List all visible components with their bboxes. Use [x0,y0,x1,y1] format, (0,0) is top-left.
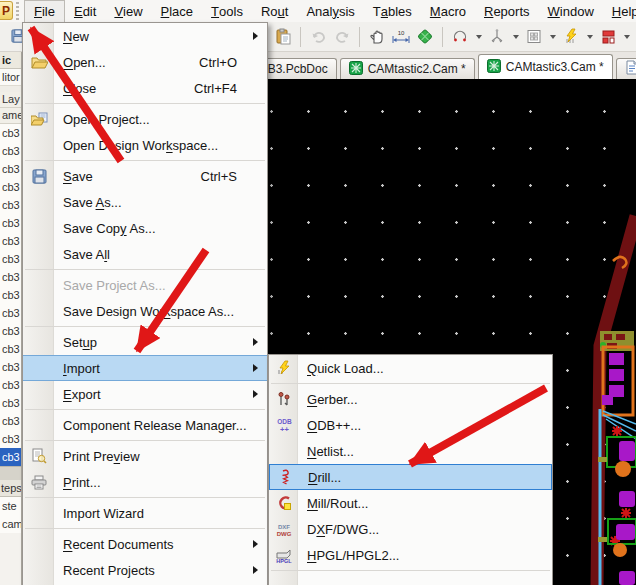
menubar-item-macro[interactable]: Macro [421,0,475,22]
pointer-icon[interactable] [486,26,508,48]
file-menu-item-save-design-workspace-as[interactable]: Save Design Workspace As... [23,298,267,324]
import-submenu-item-mill-rout[interactable]: Mill/Rout... [269,490,552,516]
import-submenu-separator [271,383,550,384]
menubar-item-analysis[interactable]: Analysis [297,0,363,22]
shortcut-label: Ctrl+S [201,169,257,184]
sidebar-list-row[interactable]: cb3 [0,178,21,196]
sidebar-list-row[interactable]: cb3 [0,340,21,358]
file-menu-item-import[interactable]: Import [23,355,267,381]
menubar-item-reports[interactable]: Reports [475,0,539,22]
file-menu-item-open-project[interactable]: Open Project... [23,106,267,132]
paste-icon[interactable] [272,26,294,48]
import-submenu-item-hpgl-hpgl2[interactable]: HPGLHPGL/HPGL2... [269,542,552,568]
file-menu-item-open-design-workspace[interactable]: Open Design Workspace... [23,132,267,158]
tab-label: CB3.PcbDoc [259,62,328,76]
sidebar-list-row[interactable]: cb3 [0,124,21,142]
sidebar-list-row[interactable]: cb3 [0,304,21,322]
toolbar-grip[interactable] [16,2,19,20]
file-menu-item-open[interactable]: Open...Ctrl+O [23,49,267,75]
caret-glyph [587,35,593,39]
file-menu-item-setup[interactable]: Setup [23,329,267,355]
file-menu-item-save-copy-as[interactable]: Save Copy As... [23,215,267,241]
sidebar-section[interactable]: teps [0,480,21,497]
file-menu-item-save-project-as[interactable]: Save Project As... [23,272,267,298]
submenu-arrow-icon [253,338,258,346]
menubar-item-place[interactable]: Place [152,0,203,22]
file-menu-item-print[interactable]: Print... [23,469,267,495]
corner-p-button[interactable]: P [0,1,13,20]
sidebar-list-row[interactable]: cb3 [0,358,21,376]
import-submenu-item-odb[interactable]: ODB++ODB++... [269,412,552,438]
import-submenu-item-quick-load[interactable]: Quick Load... [269,355,552,381]
dropdown-caret-icon[interactable] [547,26,558,48]
file-menu-separator [25,409,265,410]
import-submenu-item-netlist[interactable]: Netlist... [269,438,552,464]
menubar-item-window[interactable]: Window [539,0,603,22]
file-menu-item-import-wizard[interactable]: Import Wizard [23,500,267,526]
file-menu-item-label: Close [63,81,96,96]
undo-icon[interactable] [307,26,329,48]
sidebar-list-row[interactable]: cb3 [0,430,21,448]
import-submenu-item-dxf-dwg[interactable]: DXFDWGDXF/DWG... [269,516,552,542]
file-menu-item-print-preview[interactable]: Print Preview [23,443,267,469]
sidebar-list-row[interactable]: cam [0,515,21,533]
dropdown-caret-icon[interactable] [510,26,521,48]
sidebar-list-row[interactable]: cb3 [0,286,21,304]
file-menu-item-component-release-manager[interactable]: Component Release Manager... [23,412,267,438]
menubar-item-tools[interactable]: Tools [202,0,252,22]
file-menu-item-label: Save Copy As... [63,221,156,236]
quick-load-icon [273,358,295,378]
svg-text:10: 10 [398,30,405,36]
sidebar-list-row[interactable]: cb3 [0,412,21,430]
sidebar-list-row[interactable]: ste [0,497,21,515]
sidebar-list-row[interactable]: cb3 [0,322,21,340]
menubar-item-help[interactable]: Help [603,0,636,22]
sidebar-list-row[interactable]: cb3 [0,232,21,250]
lightning-icon[interactable] [560,26,582,48]
menubar-item-edit[interactable]: Edit [65,0,105,22]
file-menu-item-save[interactable]: SaveCtrl+S [23,163,267,189]
frame-icon[interactable] [523,26,545,48]
sidebar-list-row[interactable]: cb3 [0,160,21,178]
sidebar-list-row[interactable]: cb3 [0,250,21,268]
file-menu-item-label: New [63,29,89,44]
file-menu-item-label: Import Wizard [63,506,144,521]
file-menu-item-close[interactable]: CloseCtrl+F4 [23,75,267,101]
toolbar-separator [359,27,360,47]
file-menu-item-save-as[interactable]: Save As... [23,189,267,215]
menubar-item-file[interactable]: File [24,0,65,22]
redo-icon[interactable] [331,26,353,48]
menubar-item-rout[interactable]: Rout [252,0,297,22]
file-menu-item-new[interactable]: New [23,23,267,49]
chip-icon[interactable] [414,26,436,48]
dropdown-caret-icon[interactable] [584,26,595,48]
file-menu-item-label: Save As... [63,195,122,210]
sidebar-list-row[interactable]: cb3 [0,196,21,214]
menubar-item-tables[interactable]: Tables [364,0,421,22]
tab-log-201[interactable]: Log_201 [616,58,636,79]
dropdown-caret-icon[interactable] [473,26,484,48]
arc-icon[interactable] [449,26,471,48]
file-menu-item-save-all[interactable]: Save All [23,241,267,267]
file-menu-item-recent-projects[interactable]: Recent Projects [23,557,267,583]
file-menu-item-label: Print Preview [63,449,140,464]
sidebar-list-row[interactable]: cb3 [0,448,21,466]
menubar-item-view[interactable]: View [105,0,151,22]
sidebar-header[interactable]: ic [0,52,21,69]
measure-icon[interactable]: 10 [390,26,412,48]
file-menu-item-label: Setup [63,335,97,350]
import-submenu-item-drill[interactable]: Drill... [269,464,552,490]
dropdown-caret-icon[interactable] [621,26,632,48]
sidebar-list-row[interactable]: cb3 [0,268,21,286]
import-submenu-item-gerber[interactable]: Gerber... [269,386,552,412]
redsq-icon[interactable] [597,26,619,48]
sidebar-list-row[interactable]: cb3 [0,394,21,412]
file-menu-item-export[interactable]: Export [23,381,267,407]
tab-camtastic3-cam[interactable]: CAMtastic3.Cam * [478,54,613,79]
sidebar-list-row[interactable]: cb3 [0,376,21,394]
file-menu-item-recent-documents[interactable]: Recent Documents [23,531,267,557]
sidebar-list-row[interactable]: cb3 [0,214,21,232]
tab-camtastic2-cam[interactable]: CAMtastic2.Cam * [340,58,475,79]
pan-icon[interactable] [366,26,388,48]
sidebar-list-row[interactable]: cb3 [0,142,21,160]
